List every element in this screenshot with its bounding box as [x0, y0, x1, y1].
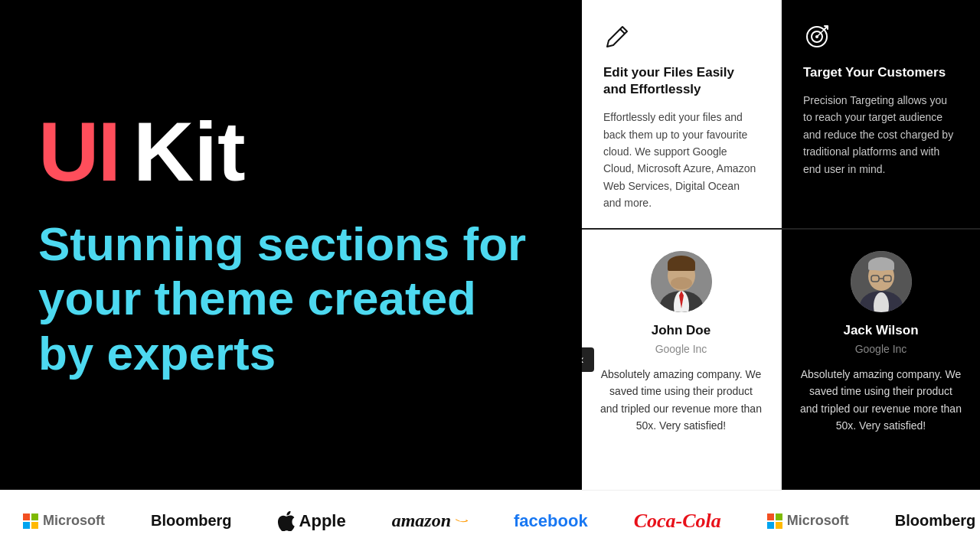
feature-card-target: Target Your Customers Precision Targetin… [782, 0, 980, 228]
apple-icon-1 [278, 511, 295, 531]
logo-kit: Kit [133, 109, 246, 194]
avatar-john [651, 251, 712, 312]
avatar-jack [851, 251, 912, 312]
brand-facebook-1: facebook [514, 511, 588, 531]
svg-rect-9 [668, 263, 695, 271]
testimonial-john-company: Google Inc [655, 343, 707, 355]
brand-microsoft-2: Microsoft [767, 513, 849, 529]
svg-rect-25 [776, 514, 782, 520]
brand-amazon-1: amazon [392, 510, 468, 531]
svg-rect-23 [31, 522, 38, 529]
svg-rect-16 [868, 264, 894, 270]
svg-rect-27 [776, 522, 782, 529]
logo-title: UI Kit [38, 109, 544, 194]
testimonial-john-name: John Doe [652, 323, 710, 338]
svg-rect-24 [767, 514, 774, 520]
brand-bloomberg-1-label: Bloomberg [151, 512, 232, 530]
brand-bloomberg-2: Bloomberg [895, 512, 976, 530]
svg-rect-26 [767, 522, 774, 529]
svg-rect-22 [23, 522, 30, 529]
brand-facebook-1-label: facebook [514, 511, 588, 531]
feature-cards-row: Edit your Files Easily and Effortlessly … [582, 0, 980, 230]
chevron-left-icon: ‹ [582, 353, 584, 367]
feature-card-target-desc: Precision Targeting allows you to reach … [803, 92, 959, 178]
feature-card-edit: Edit your Files Easily and Effortlessly … [582, 0, 782, 228]
microsoft-icon-1 [23, 514, 38, 529]
feature-card-edit-title: Edit your Files Easily and Effortlessly [603, 64, 759, 98]
logo-ui: UI [38, 109, 119, 194]
cards-section: Edit your Files Easily and Effortlessly … [582, 0, 980, 490]
target-icon [803, 23, 831, 51]
svg-point-10 [671, 277, 692, 289]
svg-rect-20 [23, 514, 30, 520]
brand-bloomberg-1: Bloomberg [151, 512, 232, 530]
testimonial-card-john: John Doe Google Inc Absolutely amazing c… [582, 230, 782, 490]
testimonial-card-jack: Jack Wilson Google Inc Absolutely amazin… [782, 230, 980, 490]
ticker-inner: Microsoft Bloomberg Apple amazon faceboo… [0, 510, 980, 533]
brand-amazon-1-label: amazon [392, 510, 451, 531]
brand-apple-1: Apple [278, 511, 346, 531]
brand-microsoft-2-label: Microsoft [787, 513, 849, 529]
feature-card-edit-desc: Effortlessly edit your files and back th… [603, 109, 759, 211]
testimonial-jack-text: Absolutely amazing company. We saved tim… [800, 366, 962, 435]
hero-section: UI Kit Stunning sections for your theme … [0, 0, 582, 490]
testimonial-cards-row: ‹ [582, 230, 980, 490]
main-area: UI Kit Stunning sections for your theme … [0, 0, 980, 490]
testimonial-jack-company: Google Inc [855, 343, 907, 355]
brand-apple-1-label: Apple [299, 511, 346, 531]
feature-card-target-title: Target Your Customers [803, 64, 959, 81]
svg-rect-21 [31, 514, 38, 520]
hero-tagline: Stunning sections for your theme created… [38, 217, 544, 380]
brand-microsoft-1: Microsoft [23, 513, 105, 529]
microsoft-icon-2 [767, 514, 782, 529]
brand-cocacola-1-label: Coca-Cola [634, 510, 721, 533]
amazon-smile-icon-1 [456, 518, 468, 524]
brand-microsoft-1-label: Microsoft [43, 513, 105, 529]
brand-bloomberg-2-label: Bloomberg [895, 512, 976, 530]
testimonial-jack-name: Jack Wilson [843, 323, 918, 338]
brand-ticker: Microsoft Bloomberg Apple amazon faceboo… [0, 490, 980, 551]
pencil-icon [603, 23, 631, 51]
testimonial-john-text: Absolutely amazing company. We saved tim… [600, 366, 762, 435]
prev-arrow-button[interactable]: ‹ [582, 347, 594, 372]
brand-cocacola-1: Coca-Cola [634, 510, 721, 533]
